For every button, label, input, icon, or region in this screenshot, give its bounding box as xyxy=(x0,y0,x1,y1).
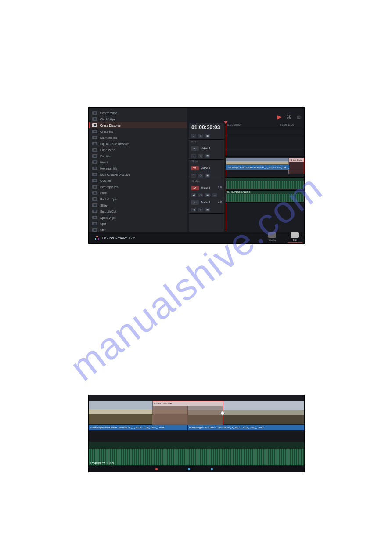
transition-name: Smooth Cut xyxy=(100,210,116,213)
transition-icon xyxy=(92,216,97,219)
transition-name: Cross Dissolve xyxy=(100,124,121,127)
timeline-lanes[interactable]: Cross Disso Blackmagic Production Camera… xyxy=(226,129,304,232)
transition-item[interactable]: Diamond Iris xyxy=(89,134,187,141)
video-lane[interactable]: Blackmagic Production Camera 4K_1_2014-1… xyxy=(89,395,304,431)
track-head-v2[interactable]: V2Video 2 □◇▣ xyxy=(189,145,224,160)
page-nav: Media Edit xyxy=(265,232,302,243)
clip-right[interactable]: Blackmagic Production Camera 4K_1_2014-1… xyxy=(188,401,304,424)
transition-icon xyxy=(92,185,97,189)
transition-name: Dip To Color Dissolve xyxy=(100,142,129,145)
transition-item[interactable]: Eye Iris xyxy=(89,153,187,159)
transition-item[interactable]: Heart xyxy=(89,159,187,165)
transition-name: Radial Wipe xyxy=(100,198,117,201)
timecode-readout: 01:00:30:03 xyxy=(191,124,220,131)
transition-name: Eye Iris xyxy=(100,155,110,158)
audio-clip-label: 01 HEAVENS CALLING xyxy=(227,191,250,193)
track-head-v1[interactable]: V1Video 1 □◇▣ xyxy=(189,165,224,179)
transition-item[interactable]: Pentagon Iris xyxy=(89,184,187,190)
transition-icon xyxy=(92,179,97,182)
transition-item[interactable]: Dip To Color Dissolve xyxy=(89,141,187,147)
transition-icon xyxy=(92,191,97,195)
resolve-logo-icon xyxy=(95,236,99,240)
app-footer: DaVinci Resolve 12.5 Media Edit xyxy=(89,232,304,243)
transition-item[interactable]: Cross Dissolve xyxy=(89,122,187,128)
audio-clip-label: EAVENS CALLING xyxy=(90,462,114,465)
transition-name: Hexagon Iris xyxy=(100,167,117,170)
transition-name: Slide xyxy=(100,204,107,207)
transition-item[interactable]: Centre Wipe xyxy=(89,110,187,116)
transition-label: Cross Disso xyxy=(289,158,304,162)
marker-icon[interactable] xyxy=(155,468,158,470)
blade-tool-icon[interactable]: ⌘ xyxy=(286,114,292,119)
transition-item[interactable]: Radial Wipe xyxy=(89,196,187,202)
transition-name: Diamond Iris xyxy=(100,136,117,139)
arrow-tool-icon[interactable]: ▶ xyxy=(276,114,282,119)
timeline-toolbar: ▶ ⌘ ⎚ xyxy=(276,114,302,119)
audio-lane[interactable]: EAVENS CALLING xyxy=(89,442,304,465)
transition-icon xyxy=(92,173,97,176)
transition-icon xyxy=(92,197,97,201)
ruler-tick: 01:00:32:00 xyxy=(280,123,294,126)
transition-icon xyxy=(92,154,97,158)
transition-item[interactable]: Slide xyxy=(89,202,187,208)
lane-a2[interactable]: 01 HEAVENS CALLING xyxy=(226,189,304,203)
track-head-v3[interactable]: □◇▣ xyxy=(189,131,224,140)
transition-icon xyxy=(92,142,97,145)
transition-item[interactable]: Hexagon Iris xyxy=(89,165,187,171)
transition-item[interactable]: Spiral Wipe xyxy=(89,214,187,221)
transition-name: Centre Wipe xyxy=(100,112,117,115)
transition-icon xyxy=(92,222,97,225)
transition-item[interactable]: Clock Wipe xyxy=(89,116,187,122)
track-head-a2[interactable]: A2Audio 2 2.0 ◀◇▣ xyxy=(189,199,224,214)
transition-item[interactable]: Split xyxy=(89,221,187,227)
lane-a1[interactable] xyxy=(226,176,304,189)
resolve-panel-bottom: Blackmagic Production Camera 4K_1_2014-1… xyxy=(88,395,305,472)
transition-name: Spiral Wipe xyxy=(100,216,116,219)
transition-name: Heart xyxy=(100,161,108,164)
transition-icon xyxy=(92,210,97,213)
transition-icon xyxy=(92,130,97,133)
transition-name: Cross Iris xyxy=(100,130,113,133)
track-head-a1[interactable]: A1Audio 1 2.0 ◀◇▣↔ xyxy=(189,185,224,199)
media-icon xyxy=(268,232,276,238)
marker-icon[interactable] xyxy=(211,468,213,470)
transition-icon xyxy=(92,203,97,207)
transition-item[interactable]: Edge Wipe xyxy=(89,147,187,153)
track-headers: 01:00:30:03 □◇▣ 0 clip V2Video 2 □◇▣ 31 … xyxy=(189,123,224,232)
nav-media[interactable]: Media xyxy=(265,232,280,243)
clip-thumbnail xyxy=(188,401,304,424)
gap-lane xyxy=(89,430,304,442)
transition-item[interactable]: Cross Iris xyxy=(89,128,187,134)
transition-name: Non-Additive Dissolve xyxy=(100,173,130,176)
transition-icon xyxy=(92,111,97,115)
transition-item[interactable]: Non-Additive Dissolve xyxy=(89,171,187,178)
clip-name: Blackmagic Production Camera 4K_1_2014-1… xyxy=(89,425,187,430)
marker-icon[interactable] xyxy=(188,468,190,470)
transition-item[interactable]: Oval Iris xyxy=(89,178,187,184)
link-tool-icon[interactable]: ⎚ xyxy=(295,114,302,119)
transition-item[interactable]: Push xyxy=(89,190,187,196)
transition-icon xyxy=(92,136,97,139)
transition-icon xyxy=(92,160,97,164)
transition-icon xyxy=(92,167,97,170)
mini-ruler[interactable] xyxy=(89,466,304,472)
edit-icon xyxy=(291,232,299,238)
transition-icon xyxy=(92,117,97,121)
transition-icon xyxy=(92,228,97,232)
ruler-tick: 01:00:30:00 xyxy=(227,123,241,126)
transition-item[interactable]: Smooth Cut xyxy=(89,208,187,214)
nav-edit[interactable]: Edit xyxy=(288,232,302,243)
transition-name: Pentagon Iris xyxy=(100,185,118,189)
audio-clip-a1[interactable] xyxy=(226,177,304,189)
transition-icon xyxy=(92,123,97,127)
resolve-panel-top: Centre WipeClock WipeCross DissolveCross… xyxy=(88,107,305,244)
clip-name: Blackmagic Production Camera 4K_1_2014-1… xyxy=(188,425,304,430)
app-title: DaVinci Resolve 12.5 xyxy=(102,236,135,240)
transitions-list: Centre WipeClock WipeCross DissolveCross… xyxy=(89,108,187,234)
transition-name: Edge Wipe xyxy=(100,149,115,152)
lane-v1[interactable]: Cross Disso Blackmagic Production Camera… xyxy=(226,157,304,170)
transition-name: Split xyxy=(100,222,106,225)
transition-name: Oval Iris xyxy=(100,179,111,182)
audio-clip-a2[interactable]: 01 HEAVENS CALLING xyxy=(226,190,304,202)
transition-name: Clock Wipe xyxy=(100,118,115,121)
